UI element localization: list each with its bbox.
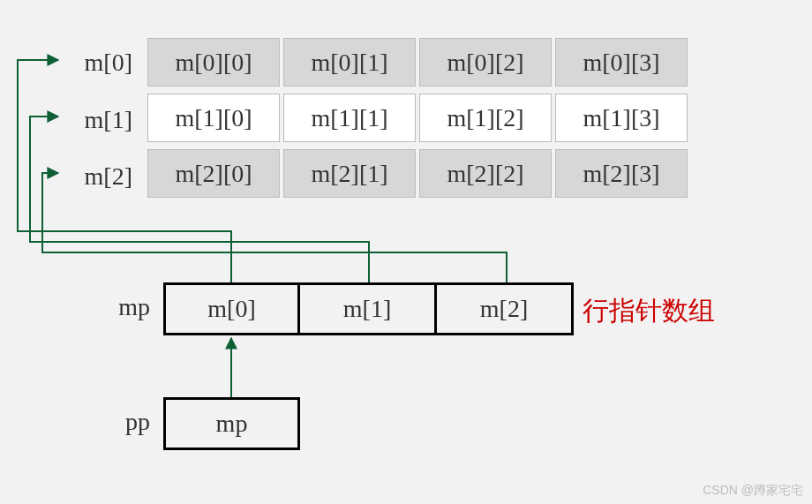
pp-box: mp xyxy=(163,397,300,450)
matrix-grid: m[0][0] m[0][1] m[0][2] m[0][3] m[1][0] … xyxy=(144,31,691,205)
matrix-cell: m[0][2] xyxy=(419,38,552,87)
mp-cell-0: m[0] xyxy=(163,282,300,335)
mp-label: mp xyxy=(88,293,150,321)
pp-label: pp xyxy=(88,408,150,436)
matrix-cell: m[2][1] xyxy=(283,149,416,198)
mp-annotation: 行指针数组 xyxy=(583,293,715,329)
mp-array: m[0] m[1] m[2] xyxy=(163,282,574,335)
matrix-cell: m[1][0] xyxy=(147,94,280,142)
matrix-cell: m[0][3] xyxy=(555,38,688,87)
matrix-row-1: m[1][0] m[1][1] m[1][2] m[1][3] xyxy=(147,94,688,142)
matrix-cell: m[1][2] xyxy=(419,94,552,142)
matrix-cell: m[0][0] xyxy=(147,38,280,87)
matrix-row-0: m[0][0] m[0][1] m[0][2] m[0][3] xyxy=(147,38,688,87)
matrix-cell: m[0][1] xyxy=(283,38,416,87)
row-label-2: m[2] xyxy=(62,162,132,191)
mp-cell-2: m[2] xyxy=(437,282,574,335)
matrix-cell: m[2][3] xyxy=(555,149,688,198)
mp-cell-1: m[1] xyxy=(300,282,437,335)
matrix-cell: m[2][0] xyxy=(147,149,280,198)
matrix-cell: m[1][1] xyxy=(283,94,416,142)
row-label-0: m[0] xyxy=(62,49,132,77)
matrix-row-2: m[2][0] m[2][1] m[2][2] m[2][3] xyxy=(147,149,688,198)
row-label-1: m[1] xyxy=(62,106,132,134)
watermark: CSDN @蹲家宅宅 xyxy=(703,483,803,499)
matrix-cell: m[1][3] xyxy=(555,94,688,142)
matrix-cell: m[2][2] xyxy=(419,149,552,198)
